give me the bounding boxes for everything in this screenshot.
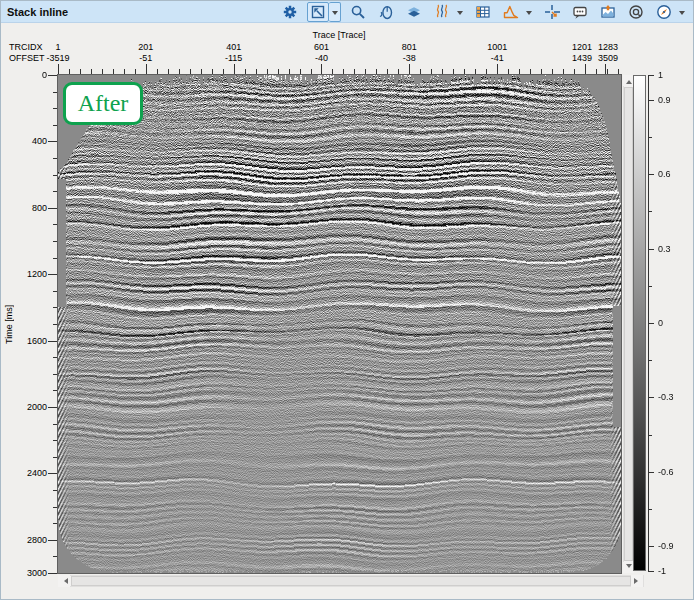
- colorbar-major-tick: [649, 323, 654, 324]
- export-image-button[interactable]: [597, 2, 619, 22]
- top-axis-title: Trace [Trace]: [313, 30, 366, 41]
- top-minor-tick: [212, 69, 213, 74]
- trcidx-row-label: TRCIDX: [9, 42, 43, 53]
- top-minor-tick: [179, 69, 180, 74]
- top-minor-tick: [442, 69, 443, 74]
- top-minor-tick: [486, 69, 487, 74]
- left-major-tick: [48, 75, 57, 76]
- colorbar-tick-label: 0.6: [658, 169, 671, 179]
- trcidx-tick-label: 1201: [572, 42, 592, 53]
- amplitude-curve-dropdown[interactable]: [522, 2, 535, 22]
- top-minor-tick: [278, 69, 279, 74]
- offset-tick-label: -38: [403, 53, 416, 64]
- left-minor-tick: [53, 224, 57, 225]
- colorbar-major-tick: [649, 100, 654, 101]
- left-minor-tick: [53, 108, 57, 109]
- titlebar: Stack inline: [1, 1, 693, 23]
- colorbar-tick-label: 0.9: [658, 95, 671, 105]
- left-major-tick: [48, 573, 57, 574]
- navigation-dropdown[interactable]: [675, 2, 688, 22]
- navigation-button[interactable]: [653, 2, 675, 22]
- pointer-box-icon: [310, 4, 326, 20]
- left-axis-label: Time [ms]: [3, 75, 15, 573]
- left-minor-tick: [53, 241, 57, 242]
- colorbar-tick-label: 0.3: [658, 244, 671, 254]
- scroll-up-icon: [626, 77, 632, 84]
- curve-icon: [503, 4, 519, 20]
- vertical-scrollbar-thumb[interactable]: [624, 87, 633, 561]
- top-minor-tick: [343, 69, 344, 74]
- time-tick-label: 1200: [15, 269, 47, 279]
- trcidx-tick-label: 401: [226, 42, 241, 53]
- seismic-canvas[interactable]: [58, 75, 621, 573]
- left-minor-tick: [53, 92, 57, 93]
- pick-crosshair-button[interactable]: [541, 2, 563, 22]
- scroll-left-button[interactable]: [58, 575, 70, 587]
- top-minor-tick: [552, 69, 553, 74]
- top-minor-tick: [376, 69, 377, 74]
- left-minor-tick: [53, 158, 57, 159]
- compass-icon: [656, 4, 672, 20]
- settings-group: [279, 2, 301, 22]
- top-minor-tick: [618, 69, 619, 74]
- top-minor-tick: [354, 69, 355, 74]
- zoom-button[interactable]: [347, 2, 369, 22]
- navigation-group: [653, 2, 688, 22]
- colorbar-tick-label: -0.6: [658, 467, 674, 477]
- wiggle-display-button[interactable]: [431, 2, 453, 22]
- left-major-tick: [48, 274, 57, 275]
- layers-button[interactable]: [403, 2, 425, 22]
- top-minor-tick: [541, 69, 542, 74]
- colorbar-minor-tick: [649, 286, 652, 287]
- layers-group: [403, 2, 425, 22]
- left-major-tick: [48, 407, 57, 408]
- scroll-right-button[interactable]: [631, 575, 643, 587]
- colorbar-tick-label: -1: [658, 566, 666, 576]
- top-minor-tick: [190, 69, 191, 74]
- left-minor-tick: [53, 556, 57, 557]
- export-image-group: [597, 2, 619, 22]
- top-minor-tick: [508, 69, 509, 74]
- spreadsheet-group: [472, 2, 494, 22]
- pointer-mode-dropdown[interactable]: [329, 2, 341, 22]
- magnifier-icon: [350, 4, 366, 20]
- left-minor-tick: [53, 191, 57, 192]
- top-minor-tick: [168, 69, 169, 74]
- left-major-tick: [48, 341, 57, 342]
- horizontal-scrollbar-thumb[interactable]: [71, 576, 631, 586]
- colorbar-minor-tick: [649, 435, 652, 436]
- offset-tick-label: -115: [225, 53, 242, 64]
- trcidx-tick-label: 1001: [487, 42, 507, 53]
- wiggle-traces-icon: [434, 4, 450, 20]
- at-circle-icon: [628, 4, 644, 20]
- trcidx-tick-label: 1283: [598, 42, 618, 53]
- left-minor-tick: [53, 374, 57, 375]
- settings-button[interactable]: [279, 2, 301, 22]
- mouse-tools-button[interactable]: [375, 2, 397, 22]
- wiggle-display-dropdown[interactable]: [453, 2, 466, 22]
- trcidx-tick-label: 601: [314, 42, 329, 53]
- colorbar-minor-tick: [649, 509, 652, 510]
- scroll-right-icon: [634, 578, 641, 584]
- locate-button[interactable]: [625, 2, 647, 22]
- top-minor-tick: [332, 69, 333, 74]
- top-minor-tick: [365, 69, 366, 74]
- top-major-tick: [605, 64, 606, 74]
- annotations-button[interactable]: [569, 2, 591, 22]
- top-minor-tick: [223, 69, 224, 74]
- spreadsheet-button[interactable]: [472, 2, 494, 22]
- colorbar-tick-label: 0: [658, 318, 663, 328]
- after-badge[interactable]: After: [63, 82, 143, 125]
- colorbar-major-tick: [649, 75, 654, 76]
- pointer-mode-button[interactable]: [307, 2, 329, 22]
- amplitude-curve-button[interactable]: [500, 2, 522, 22]
- comment-icon: [572, 4, 588, 20]
- colorbar-major-tick: [649, 174, 654, 175]
- chevron-down-icon: [332, 11, 338, 18]
- colorbar-major-tick: [649, 397, 654, 398]
- offset-tick-label: -51: [139, 53, 152, 64]
- toolbar: [279, 2, 688, 22]
- top-minor-tick: [519, 69, 520, 74]
- colorbar[interactable]: [633, 75, 646, 571]
- offset-tick-label: -41: [491, 53, 504, 64]
